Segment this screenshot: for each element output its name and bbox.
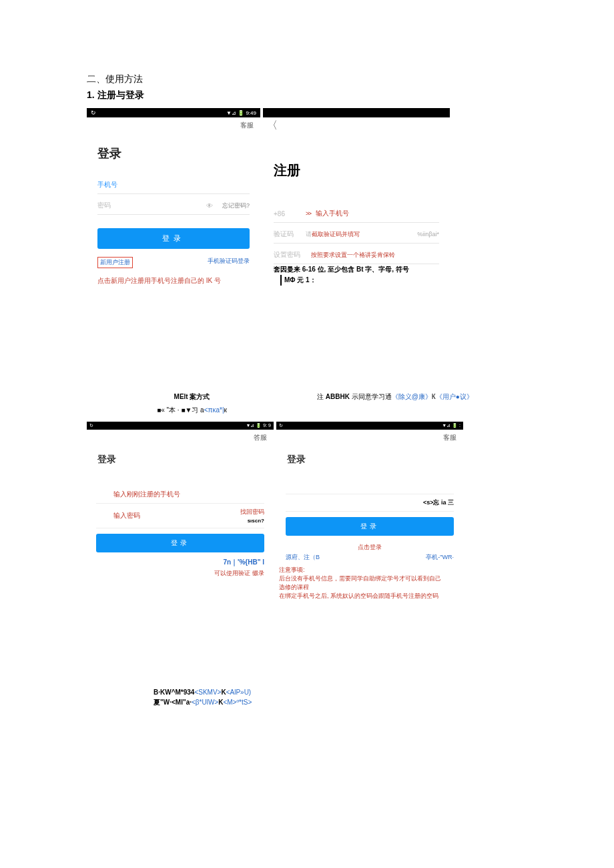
mid-annotation-row: MElt 案方式 ■« "本 · ■▼习 a<πκa*|к 注 ABBHK 示同… bbox=[87, 392, 527, 415]
login-body: 登录 手机号 密码 👁 忘记密码? 登录 新用户注册 手机验证码登录 bbox=[87, 133, 260, 274]
setpass-label: 设置密码 bbox=[274, 250, 311, 260]
login-annotated-screen-1: ↻ ▼⊿ 🔋 9: 9 答服 登录 输入刚刚注册的手机号 输入密码 找回密码 s… bbox=[87, 422, 274, 600]
notes-block: 注意事顷: 后台没有手机号信息，需要同学自助绑定学号才可以看到自己 选修的课程 … bbox=[276, 563, 463, 600]
register-screen: 〈 注册 +86 > > 输入手机号 验证码 请 截取验证码并填写 %iinβa… bbox=[263, 108, 450, 286]
status-bar-4: ↻ ▼⊿ 🔋 : bbox=[276, 422, 463, 430]
mid-left-tail: к bbox=[224, 406, 226, 414]
password-hint: 套因曼来 6-16 位, 至少包含 Bt 字、字母, 符号 MΦ 元 1： bbox=[274, 264, 450, 286]
register-title: 注册 bbox=[274, 161, 450, 179]
kefu-link-4[interactable]: 客服 bbox=[443, 433, 456, 442]
top-bar: 客服 bbox=[87, 117, 260, 133]
mid-left-link[interactable]: <πκa*| bbox=[204, 406, 224, 414]
setpass-annotation: 按照要求设置一个袼讲妥肯保铃 bbox=[311, 251, 395, 260]
click-login-annot: 点击登录 bbox=[276, 541, 463, 552]
bottom-right-code-3: 7n｜'%{HB" I bbox=[223, 558, 264, 567]
login-title-4: 登录 bbox=[287, 454, 463, 466]
login-button-4[interactable]: 登录 bbox=[286, 517, 454, 536]
password-field[interactable]: 密码 👁 忘记密码? bbox=[97, 194, 250, 215]
heading-register-login: 1. 注册与登录 bbox=[87, 89, 527, 101]
bottom-row-3: 7n｜'%{HB" I bbox=[87, 558, 274, 567]
status-right-3: ▼⊿ 🔋 9: 9 bbox=[246, 423, 271, 428]
kefu-link[interactable]: 客服 bbox=[240, 121, 254, 130]
forgot-password-link[interactable]: 忘记密码? bbox=[222, 201, 250, 210]
footer-codes: B·KW^M*934<SKMV>K<AlP»U) 夏"W·<Ml"a·<β*Ul… bbox=[87, 687, 527, 707]
refresh-icon-4: ↻ bbox=[279, 423, 283, 428]
code-ph: 请 bbox=[306, 230, 312, 239]
eye-icon[interactable]: 👁 bbox=[206, 202, 213, 209]
user-agreement-link[interactable]: 《用户●议》 bbox=[436, 393, 473, 400]
register-phone-field[interactable]: +86 > > 输入手机号 bbox=[274, 202, 439, 223]
pass-annot-3: 输入密码 bbox=[113, 511, 140, 520]
register-code-field[interactable]: 验证码 请 截取验证码并填写 %iinβai* bbox=[274, 223, 439, 244]
status-bar-3: ↻ ▼⊿ 🔋 9: 9 bbox=[87, 422, 274, 430]
phone-annot-3: 输入刚刚注册的手机号 bbox=[113, 490, 180, 499]
code-right: %iinβai* bbox=[417, 231, 439, 238]
bottom-links-4: 源府、注（B 亭机-"WR· bbox=[276, 552, 463, 563]
top-bar-4: 客服 bbox=[276, 430, 463, 446]
note-title: 注意事顷: bbox=[279, 566, 460, 574]
status-right-4: ▼⊿ 🔋 : bbox=[442, 423, 460, 428]
forgot-label-3: 找回密码 bbox=[240, 508, 264, 515]
refresh-icon: ↻ bbox=[91, 109, 96, 116]
melt-title: MElt 案方式 bbox=[87, 392, 297, 402]
phone-annotation: 输入手机号 bbox=[316, 209, 349, 218]
below-login-links: 新用户注册 手机验证码登录 bbox=[97, 257, 250, 268]
status-right: ▼⊿ 🔋 9:49 bbox=[226, 110, 256, 116]
top-bar-3: 答服 bbox=[87, 430, 274, 446]
login-caption: 点击新用户注册用手机号注册自己的 IK 号 bbox=[87, 276, 260, 286]
code-annotation: 截取验证码并填写 bbox=[312, 230, 360, 239]
sms-login-link[interactable]: 手机验证码登录 bbox=[208, 257, 250, 268]
mid-left-block: MElt 案方式 ■« "本 · ■▼习 a<πκa*|к bbox=[87, 392, 297, 415]
top-bar-2: 〈 bbox=[263, 117, 450, 133]
phone-placeholder: 手机号 bbox=[97, 180, 117, 189]
status-bar: ↻ ▼⊿ 🔋 9:49 bbox=[87, 108, 260, 117]
bottom-annot-3: 可以使用验证 缀录 bbox=[214, 570, 264, 576]
note-line2: 选修的课程 bbox=[279, 583, 460, 592]
screenshot-row-1: ↻ ▼⊿ 🔋 9:49 客服 登录 手机号 密码 👁 忘记密码? 登录 新用户注… bbox=[87, 108, 527, 286]
login-annotated-screen-2: ↻ ▼⊿ 🔋 : 客服 登录 <s>忘 ia 三 登录 点击登录 源府、注（B … bbox=[276, 422, 463, 600]
mid-right-block: 注 ABBHK 示同意学习通《除义@康》К《用户●议》 bbox=[297, 392, 527, 415]
heading-usage: 二、使用方法 bbox=[87, 73, 527, 85]
privacy-link[interactable]: 《除义@康》 bbox=[392, 393, 432, 400]
password-field-4[interactable]: <s>忘 ia 三 bbox=[286, 494, 454, 512]
phone-field-3[interactable]: 输入刚刚注册的手机号 bbox=[96, 486, 264, 504]
phone-field[interactable]: 手机号 bbox=[97, 173, 250, 194]
note-line1: 后台没有手机号信息，需要同学自助绑定学号才可以看到自己 bbox=[279, 574, 460, 583]
status-bar-2 bbox=[263, 108, 450, 117]
bl-left-4[interactable]: 源府、注（B bbox=[286, 553, 320, 562]
login-title: 登录 bbox=[97, 145, 250, 161]
password-field-3[interactable]: 输入密码 找回密码 sıscn? bbox=[96, 504, 264, 528]
login-button-3[interactable]: 登录 bbox=[96, 534, 264, 552]
note-line3: 在绑定手机号之后, 系统奴认的空码会跟随手机号注册的空码 bbox=[279, 592, 460, 600]
screenshot-row-2: ↻ ▼⊿ 🔋 9: 9 答服 登录 输入刚刚注册的手机号 输入密码 找回密码 s… bbox=[87, 422, 527, 600]
password-placeholder: 密码 bbox=[97, 201, 206, 210]
back-icon[interactable]: 〈 bbox=[267, 119, 278, 133]
register-password-field[interactable]: 设置密码 按照要求设置一个袼讲妥肯保铃 bbox=[274, 244, 439, 264]
forgot-sub-3[interactable]: sıscn? bbox=[248, 518, 264, 524]
forgot-4[interactable]: <s>忘 ia 三 bbox=[423, 498, 454, 507]
code-label: 验证码 bbox=[274, 230, 306, 239]
kefu-link-3[interactable]: 答服 bbox=[254, 433, 267, 442]
new-user-register-link[interactable]: 新用户注册 bbox=[97, 257, 133, 268]
phone-field-4[interactable] bbox=[286, 486, 454, 494]
bl-right-4[interactable]: 亭机-"WR· bbox=[426, 553, 454, 562]
login-screen: ↻ ▼⊿ 🔋 9:49 客服 登录 手机号 密码 👁 忘记密码? 登录 新用户注… bbox=[87, 108, 260, 286]
arrow-marks: > > bbox=[306, 210, 310, 217]
login-title-3: 登录 bbox=[97, 454, 274, 466]
refresh-icon-3: ↻ bbox=[89, 423, 93, 428]
country-code[interactable]: +86 bbox=[274, 210, 306, 218]
document-body: 二、使用方法 1. 注册与登录 ↻ ▼⊿ 🔋 9:49 客服 登录 手机号 密码… bbox=[0, 73, 614, 707]
mid-left-sub-pre: ■« "本 · ■▼习 a bbox=[157, 406, 204, 414]
bottom-annot-3-wrap: 可以使用验证 缀录 bbox=[87, 567, 274, 578]
login-button[interactable]: 登录 bbox=[97, 228, 250, 249]
